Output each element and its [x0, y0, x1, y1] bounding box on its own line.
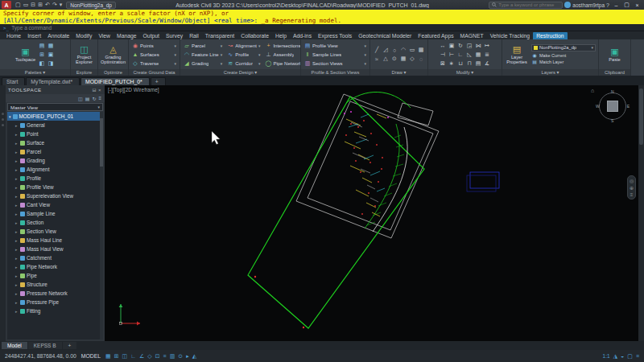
- master-view-dropdown[interactable]: Master View: [7, 103, 103, 111]
- arc-icon[interactable]: ◠: [399, 46, 407, 54]
- grid-icon[interactable]: ▦: [105, 353, 111, 360]
- signed-in-user[interactable]: aostham9rtpa: [572, 2, 605, 8]
- panel-label-palettes[interactable]: Palettes ▾: [0, 69, 70, 76]
- ribbon-tab[interactable]: Help: [272, 32, 290, 39]
- customize-icon[interactable]: ≡: [636, 353, 639, 359]
- polar-tracking-icon[interactable]: ∠: [139, 353, 144, 360]
- profile-dropdown[interactable]: ∿ Profile: [225, 51, 262, 59]
- clean-screen-icon[interactable]: ▢: [627, 353, 633, 360]
- annotation-monitor-icon[interactable]: ◮: [613, 353, 617, 360]
- ellipse-icon[interactable]: ◇: [408, 55, 416, 63]
- boundary-corner-marker-bottom[interactable]: [303, 327, 304, 328]
- chamfer-icon[interactable]: ◺: [465, 51, 473, 59]
- toolspace-tree-item[interactable]: Catchment: [7, 253, 103, 262]
- section-views-dropdown[interactable]: ▥ Section Views: [303, 60, 368, 68]
- survey-toolspace-icon[interactable]: ▣: [47, 51, 55, 59]
- layer-dropdown[interactable]: NonPlotting2a_dp: [531, 44, 596, 51]
- rotate-icon[interactable]: ↻: [456, 42, 464, 50]
- qat-plot-icon[interactable]: ⊞: [38, 1, 43, 9]
- erase-icon[interactable]: ⊠: [439, 60, 447, 68]
- search-box[interactable]: [489, 2, 563, 9]
- qat-redo-icon[interactable]: ↷: [52, 1, 57, 9]
- survey-grid[interactable]: [296, 94, 439, 238]
- measure-icon[interactable]: ∡: [483, 60, 491, 68]
- new-layout-button[interactable]: +: [63, 342, 77, 349]
- palette-close-icon[interactable]: ×: [97, 88, 102, 93]
- alignment-dropdown[interactable]: ↝ Alignment: [225, 42, 262, 50]
- parcel-dropdown[interactable]: ▱ Parcel: [182, 42, 224, 50]
- model-space-indicator[interactable]: MODEL: [81, 353, 101, 359]
- drawing-tab[interactable]: Start: [2, 77, 25, 85]
- model-space-canvas[interactable]: [-][Top][2D Wireframe] ⌂ N E S W ◎⊕≡: [105, 85, 638, 341]
- ribbon-tab[interactable]: Geotechnical Modeler: [355, 32, 415, 39]
- toolspace-tree-item[interactable]: Grading: [7, 156, 103, 165]
- toolspace-tree-item[interactable]: Alignment: [7, 165, 103, 174]
- grading-dropdown[interactable]: ◢ Grading: [182, 60, 224, 68]
- properties-palette-icon[interactable]: ▤: [38, 42, 46, 50]
- toolspace-tree-item[interactable]: Fitting: [7, 306, 103, 315]
- annotation-scale[interactable]: 1:1: [603, 353, 610, 359]
- dynamic-input-icon[interactable]: ▸: [186, 353, 189, 360]
- ribbon-tab[interactable]: Insert: [24, 32, 44, 39]
- toolspace-tree-item[interactable]: Section View: [7, 227, 103, 236]
- qat-layer-control[interactable]: NonPlotting2a_dp: [66, 2, 116, 9]
- user-avatar[interactable]: [564, 2, 571, 8]
- menu-icon[interactable]: ≡: [98, 96, 101, 101]
- layer-properties-button[interactable]: ▤ Layer Properties: [505, 39, 529, 69]
- ribbon-tab[interactable]: View: [95, 32, 114, 39]
- spline-icon[interactable]: ≈: [373, 55, 381, 63]
- toolspace-tree-item[interactable]: Profile: [7, 174, 103, 183]
- prospector-icon[interactable]: ◫: [78, 96, 83, 101]
- ribbon-tab[interactable]: MAGNET: [457, 32, 487, 39]
- layout-tab[interactable]: Model: [2, 342, 27, 349]
- circle-icon[interactable]: ○: [390, 46, 398, 54]
- array-icon[interactable]: ▦: [474, 51, 482, 59]
- make-current-button[interactable]: ◉ Make Current: [531, 52, 596, 59]
- profile-view-dropdown[interactable]: ▤ Profile View: [303, 42, 368, 50]
- toolspace-tree-item[interactable]: Mass Haul Line: [7, 236, 103, 245]
- region-icon[interactable]: ▦: [399, 55, 407, 63]
- extend-icon[interactable]: ⊢: [448, 51, 456, 59]
- palette-autohide-icon[interactable]: ⊟: [91, 87, 97, 93]
- panel-label-layers[interactable]: Layers ▾: [502, 69, 598, 76]
- toolspace-tree-item[interactable]: Superelevation View: [7, 191, 103, 200]
- pan-icon[interactable]: ⊕: [630, 185, 634, 191]
- trim-icon[interactable]: ⊣: [439, 51, 447, 59]
- offset-icon[interactable]: ≣: [483, 51, 491, 59]
- ribbon-tab[interactable]: Vehicle Tracking: [487, 32, 534, 39]
- toolspace-tree-item[interactable]: Section: [7, 218, 103, 227]
- infer-constraints-icon[interactable]: ◫: [122, 353, 128, 360]
- drawing-tab[interactable]: MyTemplate.dwt*: [26, 77, 80, 85]
- pipe-network-dropdown[interactable]: ◯ Pipe Network: [263, 60, 300, 68]
- ribbon-tab[interactable]: Transparent: [202, 32, 237, 39]
- qat-customize-icon[interactable]: ▾: [60, 1, 63, 9]
- line-icon[interactable]: ╱: [373, 46, 381, 54]
- tool-palettes-icon[interactable]: ▦: [47, 42, 55, 50]
- ribbon-tab[interactable]: Annotate: [44, 32, 72, 39]
- points-dropdown[interactable]: ◉ Points: [130, 42, 178, 50]
- panorama-icon[interactable]: ◧: [38, 60, 46, 68]
- qat-open-icon[interactable]: ▭: [23, 1, 29, 9]
- refresh-icon[interactable]: ↻: [92, 96, 96, 101]
- ribbon-tab[interactable]: Restruction: [533, 32, 567, 39]
- site-detail-yellow[interactable]: [345, 114, 386, 216]
- polyline-icon[interactable]: ◿: [382, 46, 390, 54]
- toolspace-tree-item[interactable]: Mass Haul View: [7, 245, 103, 253]
- palette-side-strip[interactable]: [0, 85, 6, 341]
- ortho-icon[interactable]: ∟: [130, 353, 136, 359]
- panel-label-draw[interactable]: Draw ▾: [370, 69, 427, 76]
- surfaces-dropdown[interactable]: ▲ Surfaces: [130, 51, 178, 59]
- osnap-icon[interactable]: ⊡: [155, 353, 160, 360]
- grading-optimization-button[interactable]: ◬ Grading Optimization: [101, 40, 126, 68]
- annotation-visibility-icon[interactable]: ◭: [192, 353, 196, 360]
- help-icon[interactable]: ?: [606, 2, 609, 8]
- boundary-top-curve[interactable]: [346, 92, 411, 108]
- maximize-button[interactable]: ▢: [621, 1, 632, 9]
- parcel-box-blue[interactable]: [467, 172, 499, 191]
- ribbon-tab[interactable]: Output: [140, 32, 163, 39]
- point-icon[interactable]: ⊙: [390, 55, 398, 63]
- layout-tab[interactable]: KEPSS B: [28, 342, 62, 349]
- toolspace-tree-item[interactable]: Sample Line: [7, 209, 103, 218]
- ribbon-tab[interactable]: Manage: [114, 32, 140, 39]
- toolspace-tree-item[interactable]: Profile View: [7, 183, 103, 191]
